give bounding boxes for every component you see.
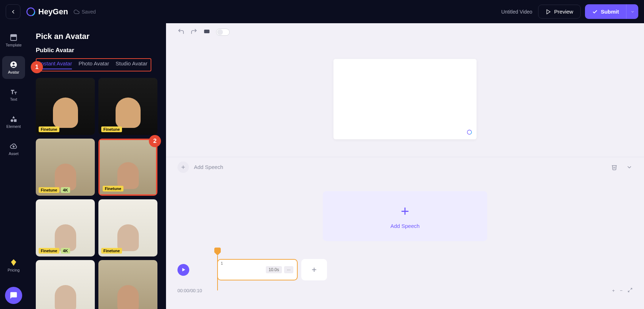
avatar-card[interactable] xyxy=(36,260,95,309)
svg-marker-10 xyxy=(11,259,16,266)
svg-line-21 xyxy=(630,288,632,290)
add-speech-box-label: Add Speech xyxy=(390,223,420,229)
tab-photo-avatar[interactable]: Photo Avatar xyxy=(78,60,109,69)
svg-point-8 xyxy=(11,119,13,122)
badge: Finetune xyxy=(39,126,59,132)
nav-asset-label: Asset xyxy=(9,151,19,156)
video-canvas[interactable] xyxy=(333,59,477,139)
svg-rect-11 xyxy=(204,30,210,33)
play-button[interactable] xyxy=(177,264,189,276)
plus-icon: + xyxy=(401,203,409,219)
badge: Finetune xyxy=(103,186,123,191)
svg-rect-9 xyxy=(14,119,16,122)
canvas-watermark-icon xyxy=(467,129,472,135)
clip-duration: 10.0s xyxy=(266,266,282,273)
tab-instant-avatar[interactable]: Instant Avatar xyxy=(39,60,72,69)
nav-text[interactable]: Text xyxy=(2,83,25,106)
callout-2: 2 xyxy=(149,135,161,147)
panel-title: Pick an Avatar xyxy=(36,32,157,41)
panel-subtitle: Public Avatar xyxy=(36,47,157,54)
chat-support-button[interactable] xyxy=(5,287,22,304)
nav-pricing[interactable]: Pricing xyxy=(2,254,25,277)
avatar-card[interactable] xyxy=(98,260,157,309)
svg-line-22 xyxy=(628,290,630,292)
timeline-time: 00:00/00:10 xyxy=(177,288,202,293)
nav-avatar-label: Avatar xyxy=(8,70,19,74)
redo-button[interactable] xyxy=(190,28,197,36)
badge: Finetune xyxy=(39,187,59,193)
clip-more-button[interactable]: ··· xyxy=(284,266,293,273)
undo-button[interactable] xyxy=(177,28,185,36)
nav-element-label: Element xyxy=(6,124,21,129)
clip-number: 1 xyxy=(221,261,223,265)
badge: Finetune xyxy=(101,248,122,254)
submit-button[interactable]: Submit xyxy=(585,4,626,19)
avatar-card[interactable]: Finetune xyxy=(36,78,95,135)
nav-asset[interactable]: Asset xyxy=(2,138,25,160)
nav-pricing-label: Pricing xyxy=(8,268,20,272)
tab-studio-avatar[interactable]: Studio Avatar xyxy=(116,60,148,69)
add-speech-box[interactable]: + Add Speech xyxy=(323,191,487,241)
nav-template-label: Template xyxy=(6,43,22,47)
toggle-switch[interactable] xyxy=(216,29,230,36)
submit-dropdown[interactable] xyxy=(626,4,638,19)
preview-button[interactable]: Preview xyxy=(538,5,581,19)
brand-name: HeyGen xyxy=(38,7,68,16)
nav-avatar[interactable]: Avatar xyxy=(2,56,25,79)
save-status: Saved xyxy=(74,9,96,15)
timeline-fit[interactable] xyxy=(628,288,633,294)
brand-logo: HeyGen xyxy=(26,7,68,16)
badge: Finetune xyxy=(101,126,122,132)
delete-icon[interactable] xyxy=(611,164,618,170)
svg-rect-4 xyxy=(11,35,17,37)
nav-element[interactable]: Element xyxy=(2,110,25,133)
video-title[interactable]: Untitled Video xyxy=(501,9,532,15)
nav-template[interactable]: Template xyxy=(2,29,25,52)
svg-marker-7 xyxy=(12,116,15,118)
callout-1: 1 xyxy=(31,61,43,73)
badge: Finetune xyxy=(39,248,59,254)
timeline-zoom-out[interactable]: − xyxy=(620,288,623,293)
add-speech-icon[interactable] xyxy=(177,161,189,173)
avatar-card[interactable]: Finetune4K xyxy=(36,199,95,256)
svg-marker-20 xyxy=(182,268,185,271)
preview-label: Preview xyxy=(554,9,573,15)
nav-text-label: Text xyxy=(10,97,17,101)
avatar-card[interactable]: Finetune4K xyxy=(36,139,95,196)
avatar-tabs: Instant Avatar Photo Avatar Studio Avata… xyxy=(36,58,151,71)
svg-marker-2 xyxy=(547,10,550,14)
add-clip-button[interactable]: + xyxy=(301,259,327,280)
avatar-card[interactable]: Finetune2 xyxy=(98,139,157,196)
svg-point-6 xyxy=(13,63,15,65)
badge: 4K xyxy=(61,187,70,193)
expand-speech-icon[interactable] xyxy=(626,164,633,170)
timeline-zoom-in[interactable]: + xyxy=(612,288,615,293)
save-status-text: Saved xyxy=(82,9,96,15)
avatar-card[interactable]: Finetune xyxy=(98,199,157,256)
timeline-clip[interactable]: 1 10.0s ··· xyxy=(217,259,298,280)
back-button[interactable] xyxy=(6,4,20,19)
add-speech-label: Add Speech xyxy=(194,164,223,170)
badge: 4K xyxy=(61,248,70,254)
avatar-card[interactable]: Finetune xyxy=(98,78,157,135)
submit-label: Submit xyxy=(601,9,619,15)
aspect-ratio-button[interactable] xyxy=(203,28,210,36)
